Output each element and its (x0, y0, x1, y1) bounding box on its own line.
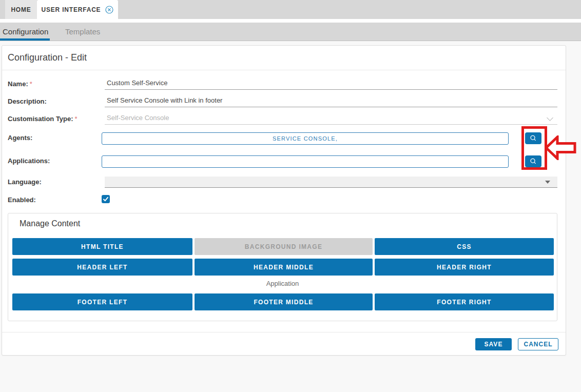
active-tab-underline (0, 38, 50, 41)
css-button[interactable]: CSS (375, 238, 554, 255)
tab-home-label: HOME (11, 6, 31, 13)
cancel-button[interactable]: CANCEL (518, 338, 558, 350)
description-label: Description: (8, 97, 47, 105)
enabled-checkbox[interactable] (102, 195, 110, 203)
html-title-button[interactable]: HTML TITLE (12, 238, 192, 255)
applications-label: Applications: (8, 157, 50, 165)
tab-configuration[interactable]: Configuration (3, 27, 48, 36)
footer-right-button[interactable]: FOOTER RIGHT (375, 293, 554, 310)
footer-middle-button[interactable]: FOOTER MIDDLE (195, 293, 373, 310)
header-right-button[interactable]: HEADER RIGHT (375, 259, 554, 276)
required-asterisk: * (75, 115, 78, 123)
agents-field[interactable]: SERVICE CONSOLE, (102, 132, 509, 145)
agents-search-button[interactable] (525, 132, 541, 144)
sub-tab-bar: Configuration Templates (0, 23, 581, 41)
enabled-label: Enabled: (8, 196, 36, 204)
save-button[interactable]: SAVE (475, 338, 512, 350)
applications-search-button[interactable] (525, 155, 541, 167)
application-label: Application (8, 280, 557, 287)
tab-user-interface-label: USER INTERFACE (42, 6, 101, 13)
description-value: Self Service Console with Link in footer (107, 96, 222, 104)
customisation-type-value: Self-Service Console (107, 114, 169, 122)
required-asterisk: * (30, 80, 32, 88)
search-icon (529, 158, 537, 166)
customisation-type-label: Customisation Type:* (8, 115, 78, 123)
applications-field[interactable] (102, 155, 509, 168)
footer-left-button[interactable]: FOOTER LEFT (12, 293, 192, 310)
page-title: Configuration - Edit (8, 52, 87, 63)
caret-down-icon (545, 181, 550, 184)
header-middle-button[interactable]: HEADER MIDDLE (195, 259, 373, 276)
manage-content-panel: Manage Content HTML TITLE BACKGROUND IMA… (8, 213, 557, 321)
name-value: Custom Self-Service (107, 79, 167, 87)
header-left-button[interactable]: HEADER LEFT (12, 259, 192, 276)
language-select[interactable] (105, 177, 557, 188)
language-label: Language: (8, 178, 42, 186)
top-tab-bar: HOME USER INTERFACE (0, 0, 581, 19)
header-divider (2, 70, 566, 70)
close-icon[interactable] (105, 6, 113, 14)
tab-user-interface[interactable]: USER INTERFACE (37, 0, 118, 19)
configuration-edit-card: Configuration - Edit Name:* Custom Self-… (2, 45, 566, 356)
name-field[interactable]: Custom Self-Service (105, 77, 557, 90)
search-icon (529, 134, 537, 143)
name-label: Name:* (8, 80, 32, 88)
tab-home[interactable]: HOME (5, 0, 37, 19)
description-field[interactable]: Self Service Console with Link in footer (105, 95, 557, 107)
footer-divider (2, 332, 566, 332)
agents-label: Agents: (8, 134, 32, 142)
background-image-button: BACKGROUND IMAGE (195, 238, 373, 255)
manage-content-title: Manage Content (20, 219, 80, 228)
agents-value: SERVICE CONSOLE, (273, 135, 338, 142)
checkmark-icon (102, 195, 109, 203)
tab-templates[interactable]: Templates (65, 27, 100, 36)
customisation-type-select[interactable]: Self-Service Console (105, 112, 557, 125)
